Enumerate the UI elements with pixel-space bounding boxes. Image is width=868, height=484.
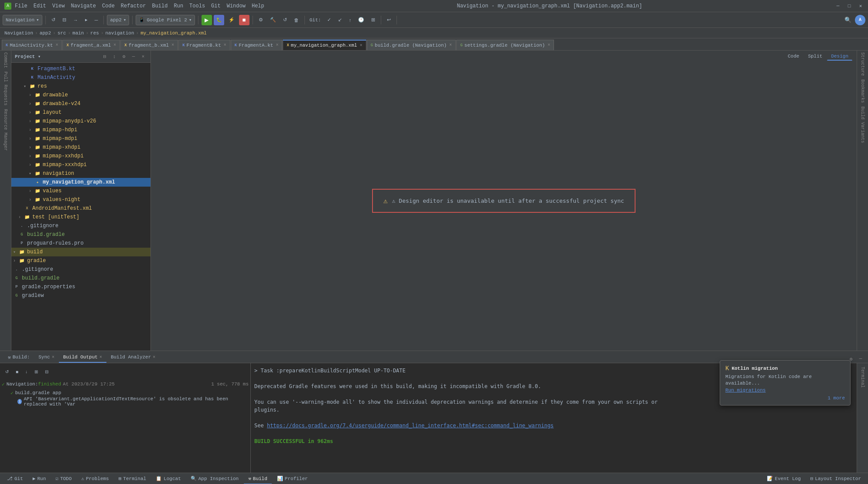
tab-settings-gradle[interactable]: G settings.gradle (Navigation) × bbox=[456, 40, 554, 50]
stop-button[interactable]: ■ bbox=[239, 15, 249, 25]
tool-tab-app-inspection[interactable]: 🔍 App Inspection bbox=[186, 474, 243, 484]
collapse-button[interactable]: ─ bbox=[92, 14, 101, 26]
build-tree-warning[interactable]: i API 'BaseVariant.getApplicationIdTextR… bbox=[2, 397, 249, 406]
hide-panel-icon[interactable]: ─ bbox=[857, 355, 865, 363]
tree-item-gitignore-app[interactable]: . .gitignore bbox=[11, 222, 150, 230]
bottom-tab-sync[interactable]: Sync × bbox=[34, 352, 58, 363]
menu-view[interactable]: View bbox=[52, 3, 65, 9]
pull-requests-tab[interactable]: Pull Requests bbox=[2, 70, 9, 107]
tree-item-build-gradle-app[interactable]: G build.gradle bbox=[11, 230, 150, 239]
window-controls[interactable]: ─ □ ✕ bbox=[835, 3, 864, 9]
menu-code[interactable]: Code bbox=[102, 3, 115, 9]
close-button[interactable]: ✕ bbox=[858, 3, 864, 9]
breadcrumb-src[interactable]: src bbox=[58, 31, 66, 36]
bottom-tab-build-output[interactable]: Build Output × bbox=[59, 352, 106, 363]
tool-tab-profiler[interactable]: 📊 Profiler bbox=[273, 474, 312, 484]
tab-build-gradle-nav[interactable]: G build.gradle (Navigation) × bbox=[367, 40, 456, 50]
sync-button[interactable]: ↺ bbox=[49, 14, 58, 26]
git-history-button[interactable]: 🕐 bbox=[355, 14, 367, 26]
breadcrumb-res[interactable]: res bbox=[90, 31, 99, 36]
sync-close-icon[interactable]: × bbox=[52, 355, 55, 360]
tab-close-icon[interactable]: × bbox=[276, 43, 278, 48]
goto-button[interactable]: → bbox=[71, 14, 81, 26]
tree-item-gradlew[interactable]: G gradlew bbox=[11, 291, 150, 300]
menu-refactor[interactable]: Refactor bbox=[121, 3, 146, 9]
bottom-tab-analyzer[interactable]: Build Analyzer × bbox=[106, 352, 160, 363]
bottom-tab-build[interactable]: ⚒ Build: bbox=[3, 352, 34, 363]
bookmark-button[interactable]: ▸ bbox=[82, 14, 90, 26]
panel-hide-icon[interactable]: × bbox=[139, 53, 147, 61]
tool-tab-problems[interactable]: ⚠ Problems bbox=[77, 474, 113, 484]
user-avatar[interactable]: A bbox=[855, 15, 865, 25]
menu-run[interactable]: Run bbox=[174, 3, 183, 9]
menu-help[interactable]: Help bbox=[252, 3, 264, 9]
debug-button[interactable]: 🐛 bbox=[214, 15, 224, 25]
tree-item-mipmap-anydpi[interactable]: › 📁 mipmap-anydpi-v26 bbox=[11, 117, 150, 126]
maximize-button[interactable]: □ bbox=[846, 3, 852, 9]
tree-item-drawable-v24[interactable]: › 📁 drawable-v24 bbox=[11, 99, 150, 108]
tree-item-res[interactable]: ▾ 📁 res bbox=[11, 82, 150, 91]
run-button[interactable]: ▶ bbox=[202, 15, 212, 25]
tree-item-androidmanifest[interactable]: X AndroidManifest.xml bbox=[11, 204, 150, 213]
expand-all-button[interactable]: ⊞ bbox=[32, 366, 41, 377]
tree-item-root-gitignore[interactable]: . .gitignore bbox=[11, 265, 150, 274]
tree-item-layout[interactable]: › 📁 layout bbox=[11, 108, 150, 117]
tab-fragment-a[interactable]: X fragment_a.xml × bbox=[62, 40, 120, 50]
tab-close-icon[interactable]: × bbox=[547, 43, 550, 48]
tab-fragmentb-kt[interactable]: K FragmentB.kt × bbox=[178, 40, 230, 50]
tree-item-proguard[interactable]: P proguard-rules.pro bbox=[11, 239, 150, 248]
tree-item-gradle-properties[interactable]: P gradle.properties bbox=[11, 283, 150, 291]
tree-item-values[interactable]: › 📁 values bbox=[11, 187, 150, 195]
tree-item-build-folder[interactable]: ▾ 📁 build bbox=[11, 248, 150, 256]
tree-item-test[interactable]: › 📁 test [unitTest] bbox=[11, 213, 150, 222]
tree-item-mipmap-hdpi[interactable]: › 📁 mipmap-hdpi bbox=[11, 126, 150, 134]
tree-item-mipmap-mdpi[interactable]: › 📁 mipmap-mdpi bbox=[11, 134, 150, 143]
run-migrations-link[interactable]: Run migrations bbox=[725, 388, 765, 393]
tab-close-icon[interactable]: × bbox=[171, 43, 174, 48]
stop-build-button[interactable]: ■ bbox=[13, 366, 21, 377]
tab-fragmenta-kt[interactable]: K FragmentA.kt × bbox=[231, 40, 283, 50]
tool-tab-terminal[interactable]: ⊞ Terminal bbox=[114, 474, 150, 484]
menu-edit[interactable]: Edit bbox=[34, 3, 46, 9]
tab-nav-graph[interactable]: X my_navigation_graph.xml × bbox=[283, 40, 366, 50]
tab-close-icon[interactable]: × bbox=[113, 43, 116, 48]
rerun-button[interactable]: ↺ bbox=[3, 366, 11, 377]
git-stash-button[interactable]: ⊞ bbox=[369, 14, 378, 26]
tree-item-root-build-gradle[interactable]: G build.gradle bbox=[11, 274, 150, 283]
module-dropdown[interactable]: app2 ▾ bbox=[107, 15, 129, 25]
menu-file[interactable]: File bbox=[15, 3, 27, 9]
menu-tools[interactable]: Tools bbox=[189, 3, 205, 9]
menu-navigate[interactable]: Navigate bbox=[71, 3, 96, 9]
navigation-dropdown[interactable]: Navigation ▾ bbox=[3, 15, 42, 25]
git-commit-button[interactable]: ✓ bbox=[325, 14, 334, 26]
menu-git[interactable]: Git bbox=[211, 3, 221, 9]
git-push-button[interactable]: ↑ bbox=[346, 14, 354, 26]
tab-close-icon[interactable]: × bbox=[55, 43, 58, 48]
search-button[interactable]: 🔍 bbox=[843, 15, 853, 25]
tool-tab-run[interactable]: ▶ Run bbox=[28, 474, 50, 484]
breadcrumb-file[interactable]: my_navigation_graph.xml bbox=[140, 31, 207, 36]
tree-item-nav-graph[interactable]: ✦ my_navigation_graph.xml bbox=[11, 178, 150, 187]
structure-tab[interactable]: Structure bbox=[859, 51, 866, 78]
menu-bar[interactable]: File Edit View Navigate Code Refactor Bu… bbox=[15, 3, 264, 9]
tree-item-mipmap-xxhdpi[interactable]: › 📁 mipmap-xxhdpi bbox=[11, 152, 150, 160]
tree-item-mipmap-xxxhdpi[interactable]: › 📁 mipmap-xxxhdpi bbox=[11, 160, 150, 169]
menu-build[interactable]: Build bbox=[152, 3, 167, 9]
view-tab-design[interactable]: Design bbox=[827, 52, 852, 61]
scroll-to-end-button[interactable]: ↓ bbox=[23, 366, 30, 377]
structure-button[interactable]: ⊟ bbox=[60, 14, 69, 26]
tab-close-icon[interactable]: × bbox=[449, 43, 452, 48]
breadcrumb-navigation[interactable]: navigation bbox=[106, 31, 134, 36]
tree-item-navigation-folder[interactable]: ▾ 📁 navigation bbox=[11, 169, 150, 178]
bookmarks-tab[interactable]: Bookmarks bbox=[859, 78, 866, 105]
breadcrumb-main[interactable]: main bbox=[72, 31, 84, 36]
tool-tab-git[interactable]: ⎇ Git bbox=[3, 474, 27, 484]
panel-gear-icon[interactable]: ⚙ bbox=[120, 53, 128, 61]
tool-tab-event-log[interactable]: 📝 Event Log bbox=[762, 474, 805, 484]
attach-debugger-button[interactable]: ⚡ bbox=[226, 14, 237, 26]
git-update-button[interactable]: ↙ bbox=[335, 14, 345, 26]
panel-settings-icon[interactable]: ⊟ bbox=[101, 53, 109, 61]
tool-tab-todo[interactable]: ☑ TODO bbox=[51, 474, 76, 484]
sync-project-button[interactable]: ⚙ bbox=[256, 14, 266, 26]
terminal-tab[interactable]: Terminal bbox=[859, 365, 866, 389]
